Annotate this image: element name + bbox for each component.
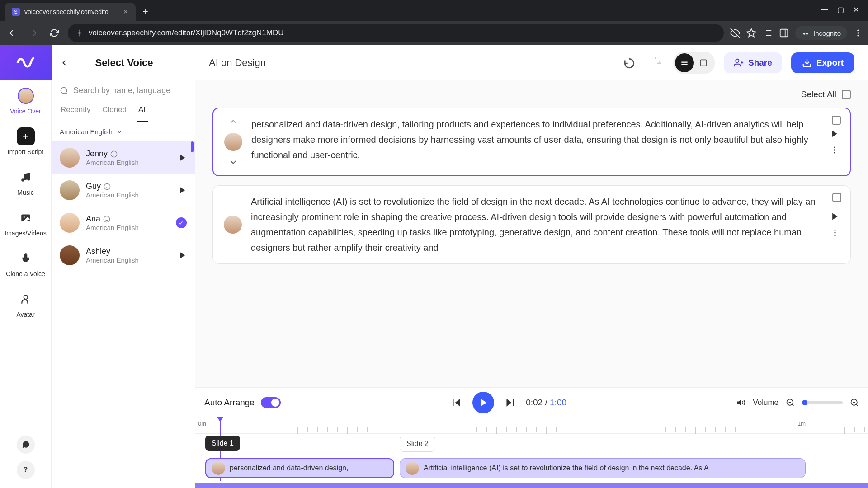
more-icon[interactable] xyxy=(830,228,840,237)
svg-point-35 xyxy=(834,152,835,153)
favicon: S xyxy=(12,8,20,16)
scrollbar-thumb[interactable] xyxy=(191,141,194,152)
tab-all[interactable]: All xyxy=(137,101,148,122)
voice-preview-button[interactable] xyxy=(179,251,187,259)
star-icon[interactable] xyxy=(746,28,756,38)
svg-point-20 xyxy=(61,87,67,93)
maximize-icon[interactable]: ▢ xyxy=(837,5,844,14)
minimize-icon[interactable]: — xyxy=(821,5,828,14)
chevron-up-icon[interactable] xyxy=(228,117,238,127)
svg-point-19 xyxy=(24,295,28,299)
tab-recently[interactable]: Recently xyxy=(60,101,91,122)
auto-arrange-toggle[interactable]: Auto Arrange xyxy=(204,397,281,408)
menu-icon[interactable] xyxy=(854,28,863,38)
voice-item-jenny[interactable]: Jenny American English xyxy=(52,141,195,174)
rail-music[interactable]: Music xyxy=(0,162,51,202)
timeline-clip-2[interactable]: Artificial intelligence (AI) is set to r… xyxy=(400,458,806,478)
project-title[interactable]: AI on Design xyxy=(209,57,266,69)
export-button[interactable]: Export xyxy=(791,52,854,73)
tab-cloned[interactable]: Cloned xyxy=(101,101,127,122)
voice-sidebar: Select Voice Search by name, language Re… xyxy=(52,45,195,488)
svg-rect-31 xyxy=(700,60,706,66)
toggle-switch[interactable] xyxy=(261,397,281,408)
rail-label: Clone a Voice xyxy=(6,270,45,277)
chat-button[interactable] xyxy=(17,436,35,454)
svg-point-10 xyxy=(806,33,808,35)
svg-line-21 xyxy=(66,92,68,94)
svg-marker-45 xyxy=(737,400,741,405)
back-chevron-icon[interactable] xyxy=(60,58,69,67)
undo-button[interactable] xyxy=(621,54,638,71)
svg-point-22 xyxy=(111,151,117,157)
voice-item-ashley[interactable]: Ashley American English xyxy=(52,239,195,272)
play-icon[interactable] xyxy=(830,212,840,221)
app-logo[interactable] xyxy=(0,45,52,80)
sidepanel-icon[interactable] xyxy=(779,28,789,38)
volume-icon[interactable] xyxy=(736,398,745,407)
view-grid-button[interactable] xyxy=(694,53,713,72)
svg-line-47 xyxy=(792,404,794,406)
zoom-in-icon[interactable] xyxy=(850,398,859,407)
url-field[interactable]: voiceover.speechify.com/editor/XIjlDNq0W… xyxy=(68,24,724,42)
zoom-out-icon[interactable] xyxy=(786,398,795,407)
content-area[interactable]: Select All personalized and data-driven … xyxy=(195,80,868,387)
help-button[interactable]: ? xyxy=(17,461,35,479)
address-bar: voiceover.speechify.com/editor/XIjlDNq0W… xyxy=(0,21,868,45)
new-tab-button[interactable]: + xyxy=(137,3,154,21)
close-tab-icon[interactable]: ✕ xyxy=(123,8,128,15)
ruler-marker-1: 1m xyxy=(797,420,806,427)
reload-button[interactable] xyxy=(47,26,61,40)
skip-forward-icon[interactable] xyxy=(504,397,516,408)
timeline-clip-1[interactable]: personalized and data-driven design, xyxy=(205,458,394,478)
zoom-slider[interactable] xyxy=(802,401,843,404)
block-voice-avatar[interactable] xyxy=(224,133,242,151)
back-button[interactable] xyxy=(5,26,20,40)
script-block[interactable]: personalized and data-driven design, tai… xyxy=(212,108,851,176)
block-checkbox[interactable] xyxy=(832,193,841,202)
more-icon[interactable] xyxy=(830,145,839,155)
chevron-down-icon[interactable] xyxy=(228,157,238,167)
clip-text: personalized and data-driven design, xyxy=(230,464,348,472)
timeline-ruler[interactable]: 0m 1m xyxy=(195,418,868,434)
block-text[interactable]: Artificial intelligence (AI) is set to r… xyxy=(251,194,821,255)
voice-item-guy[interactable]: Guy American English xyxy=(52,174,195,206)
incognito-badge[interactable]: Incognito xyxy=(795,26,847,40)
voice-list[interactable]: Jenny American English Guy American Engl… xyxy=(52,141,195,488)
play-button[interactable] xyxy=(472,392,494,413)
svg-point-17 xyxy=(23,216,24,218)
script-block[interactable]: Artificial intelligence (AI) is set to r… xyxy=(212,185,851,264)
rail-voice-over[interactable]: Voice Over xyxy=(0,80,51,121)
skip-back-icon[interactable] xyxy=(451,397,462,408)
block-checkbox[interactable] xyxy=(832,116,841,125)
slide-tag-2[interactable]: Slide 2 xyxy=(400,436,435,452)
view-list-button[interactable] xyxy=(675,53,694,72)
playlist-icon[interactable] xyxy=(763,28,773,38)
browser-tab[interactable]: S voiceover.speechify.com/edito ✕ xyxy=(5,3,136,21)
rail-images-videos[interactable]: Images/Videos xyxy=(0,202,51,243)
rail-clone-voice[interactable]: Clone a Voice xyxy=(0,243,51,284)
select-all-checkbox[interactable] xyxy=(842,90,851,99)
language-filter[interactable]: American English xyxy=(52,122,195,141)
block-text[interactable]: personalized and data-driven design, tai… xyxy=(251,117,821,167)
timeline-scrollbar[interactable] xyxy=(195,483,868,488)
voice-search[interactable]: Search by name, language xyxy=(52,80,195,101)
redo-button[interactable] xyxy=(647,54,664,71)
forward-button[interactable] xyxy=(26,26,41,40)
eye-off-icon[interactable] xyxy=(730,28,740,38)
rail-avatar[interactable]: Avatar xyxy=(0,284,51,324)
rail-label: Music xyxy=(17,189,34,196)
close-window-icon[interactable]: ✕ xyxy=(853,5,859,14)
share-button[interactable]: Share xyxy=(724,52,782,73)
block-voice-avatar[interactable] xyxy=(224,216,242,234)
voice-item-aria[interactable]: Aria American English ✓ xyxy=(52,206,195,239)
emotion-icon xyxy=(103,216,110,223)
rail-import-script[interactable]: + Import Script xyxy=(0,121,51,162)
svg-line-50 xyxy=(856,404,858,406)
rail-label: Import Script xyxy=(8,148,43,155)
voice-preview-button[interactable] xyxy=(179,186,187,194)
slide-tag-1[interactable]: Slide 1 xyxy=(205,436,240,451)
timeline-tracks[interactable]: Slide 1 Slide 2 personalized and data-dr… xyxy=(195,434,868,483)
voice-panel-header: Select Voice xyxy=(52,45,195,80)
voice-preview-button[interactable] xyxy=(179,154,187,162)
play-icon[interactable] xyxy=(830,129,839,138)
